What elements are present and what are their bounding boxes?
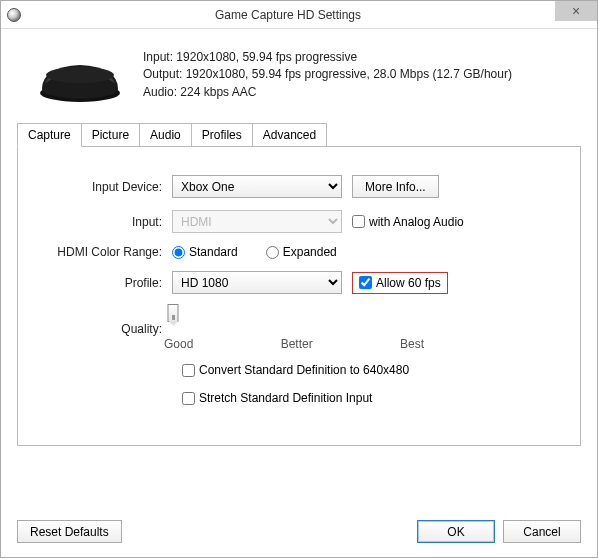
device-summary: Input: 1920x1080, 59.94 fps progressive … — [17, 47, 581, 103]
color-standard-text: Standard — [189, 245, 238, 259]
device-image — [37, 53, 123, 103]
window-title: Game Capture HD Settings — [21, 8, 555, 22]
color-expanded-radio[interactable] — [266, 246, 279, 259]
label-input: Input: — [42, 215, 172, 229]
app-icon — [7, 8, 21, 22]
profile-select[interactable]: HD 1080 — [172, 271, 342, 294]
content-area: Input: 1920x1080, 59.94 fps progressive … — [1, 29, 597, 462]
allow-60fps-label[interactable]: Allow 60 fps — [359, 276, 441, 290]
color-expanded-radio-label[interactable]: Expanded — [266, 245, 337, 259]
tab-advanced[interactable]: Advanced — [252, 123, 327, 147]
stretch-sd-label[interactable]: Stretch Standard Definition Input — [182, 391, 556, 405]
color-standard-radio[interactable] — [172, 246, 185, 259]
close-button[interactable]: × — [555, 1, 597, 21]
label-quality: Quality: — [42, 322, 172, 336]
convert-sd-label[interactable]: Convert Standard Definition to 640x480 — [182, 363, 556, 377]
tabstrip: Capture Picture Audio Profiles Advanced — [17, 123, 581, 147]
convert-sd-text: Convert Standard Definition to 640x480 — [199, 363, 409, 377]
quality-slider-labels: Good Better Best — [164, 337, 424, 351]
summary-audio: Audio: 224 kbps AAC — [143, 84, 512, 101]
tab-capture[interactable]: Capture — [17, 123, 82, 147]
ok-button[interactable]: OK — [417, 520, 495, 543]
tab-profiles[interactable]: Profiles — [191, 123, 253, 147]
titlebar: Game Capture HD Settings × — [1, 1, 597, 29]
label-color-range: HDMI Color Range: — [42, 245, 172, 259]
analog-audio-checkbox-label[interactable]: with Analog Audio — [352, 215, 464, 229]
summary-output: Output: 1920x1080, 59.94 fps progressive… — [143, 66, 512, 83]
dialog-footer: Reset Defaults OK Cancel — [17, 520, 581, 543]
allow-60fps-text: Allow 60 fps — [376, 276, 441, 290]
color-standard-radio-label[interactable]: Standard — [172, 245, 238, 259]
reset-defaults-button[interactable]: Reset Defaults — [17, 520, 122, 543]
tab-picture[interactable]: Picture — [81, 123, 140, 147]
stretch-sd-checkbox[interactable] — [182, 392, 195, 405]
allow-60fps-checkbox[interactable] — [359, 276, 372, 289]
label-input-device: Input Device: — [42, 180, 172, 194]
quality-best: Best — [400, 337, 424, 351]
allow-60fps-highlight: Allow 60 fps — [352, 272, 448, 294]
svg-point-1 — [46, 67, 114, 83]
more-info-button[interactable]: More Info... — [352, 175, 439, 198]
convert-sd-checkbox[interactable] — [182, 364, 195, 377]
color-expanded-text: Expanded — [283, 245, 337, 259]
stretch-sd-text: Stretch Standard Definition Input — [199, 391, 372, 405]
tab-panel-capture: Input Device: Xbox One More Info... Inpu… — [17, 146, 581, 446]
summary-input: Input: 1920x1080, 59.94 fps progressive — [143, 49, 512, 66]
quality-good: Good — [164, 337, 193, 351]
settings-window: Game Capture HD Settings × Input: 1920x1… — [0, 0, 598, 558]
input-device-select[interactable]: Xbox One — [172, 175, 342, 198]
input-type-select: HDMI — [172, 210, 342, 233]
quality-slider[interactable] — [172, 306, 174, 321]
quality-better: Better — [281, 337, 313, 351]
analog-audio-checkbox[interactable] — [352, 215, 365, 228]
summary-text: Input: 1920x1080, 59.94 fps progressive … — [143, 47, 512, 103]
analog-audio-text: with Analog Audio — [369, 215, 464, 229]
tab-audio[interactable]: Audio — [139, 123, 192, 147]
label-profile: Profile: — [42, 276, 172, 290]
cancel-button[interactable]: Cancel — [503, 520, 581, 543]
